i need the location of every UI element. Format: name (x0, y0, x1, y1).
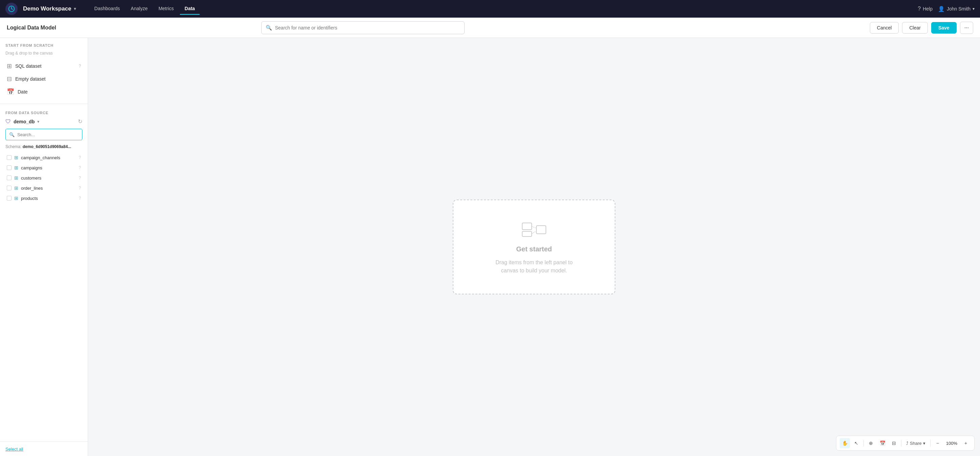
date-item[interactable]: 📅 Date (5, 85, 82, 98)
sql-dataset-help-icon[interactable]: ? (79, 64, 81, 68)
table-icon-products: ⊞ (14, 195, 18, 201)
workspace-selector[interactable]: Demo Workspace ▾ (23, 5, 76, 12)
search-input[interactable] (275, 25, 460, 30)
save-button[interactable]: Save (931, 22, 957, 33)
empty-dataset-label: Empty dataset (15, 76, 46, 82)
canvas-empty-icon (520, 219, 547, 240)
toolbar-divider-3 (930, 440, 931, 446)
more-options-button[interactable]: ··· (960, 22, 973, 34)
start-from-scratch-title: START FROM SCRATCH (5, 43, 82, 48)
share-label: Share (910, 441, 922, 446)
nav-right: ? Help 👤 John Smith ▾ (918, 6, 975, 12)
datasource-chevron-icon[interactable]: ▾ (37, 119, 39, 124)
share-button[interactable]: ⤴ Share ▾ (904, 439, 928, 447)
date-icon: 📅 (7, 88, 14, 95)
datasource-header: 🛡 demo_db ▾ ↻ (5, 118, 82, 125)
schema-label: Schema: demo_6d9051d9069a84... (5, 144, 82, 149)
help-icon: ? (918, 6, 921, 12)
datasource-name: demo_db (14, 119, 35, 124)
canvas-empty-title: Get started (516, 245, 552, 253)
svg-rect-1 (522, 223, 532, 230)
datasource-search-icon: 🔍 (9, 132, 14, 137)
empty-dataset-item[interactable]: ⊟ Empty dataset (5, 73, 82, 85)
datasource-search[interactable]: 🔍 (5, 129, 82, 140)
from-datasource-title: FROM DATA SOURCE (5, 111, 82, 115)
table-icon-campaign-channels: ⊞ (14, 155, 18, 160)
table-checkbox-products[interactable] (7, 196, 11, 200)
table-name-campaign-channels: campaign_channels (21, 155, 76, 160)
canvas-placeholder: Get started Drag items from the left pan… (453, 200, 616, 294)
zoom-level: 100% (944, 441, 959, 446)
svg-rect-3 (536, 226, 546, 234)
table-help-campaigns[interactable]: ? (79, 165, 81, 170)
share-icon: ⤴ (906, 441, 908, 446)
user-name: John Smith (947, 6, 970, 11)
canvas-empty-subtitle: Drag items from the left panel tocanvas … (495, 259, 573, 275)
date-label: Date (18, 89, 28, 95)
table-help-order-lines[interactable]: ? (79, 186, 81, 191)
workspace-chevron-icon: ▾ (74, 6, 76, 11)
main-layout: START FROM SCRATCH Drag & drop to the ca… (0, 38, 980, 456)
nav-analyze[interactable]: Analyze (126, 3, 153, 15)
nav-metrics[interactable]: Metrics (154, 3, 178, 15)
user-chevron-icon: ▾ (972, 6, 975, 11)
help-button[interactable]: ? Help (918, 6, 932, 12)
schema-value: demo_6d9051d9069a84... (23, 144, 71, 149)
table-customers[interactable]: ⊞ customers ? (5, 173, 82, 183)
table-checkbox-customers[interactable] (7, 175, 11, 180)
page-title: Logical Data Model (7, 25, 56, 31)
table-help-campaign-channels[interactable]: ? (79, 155, 81, 160)
tool-cursor-button[interactable]: ↖ (851, 438, 861, 448)
table-order-lines[interactable]: ⊞ order_lines ? (5, 183, 82, 193)
table-campaign-channels[interactable]: ⊞ campaign_channels ? (5, 153, 82, 163)
search-icon: 🔍 (266, 25, 272, 31)
table-name-customers: customers (21, 175, 76, 181)
zoom-in-button[interactable]: + (961, 438, 971, 448)
nav-links: Dashboards Analyze Metrics Data (89, 3, 912, 15)
datasource-search-input[interactable] (17, 132, 79, 137)
cancel-button[interactable]: Cancel (870, 22, 899, 33)
tool-columns-button[interactable]: ⊟ (889, 438, 899, 448)
drag-drop-subtitle: Drag & drop to the canvas (5, 51, 82, 56)
table-products[interactable]: ⊞ products ? (5, 193, 82, 203)
tool-calendar-button[interactable]: 📅 (877, 438, 888, 448)
tool-hand-button[interactable]: ✋ (840, 438, 850, 448)
table-icon-campaigns: ⊞ (14, 165, 18, 170)
user-menu[interactable]: 👤 John Smith ▾ (938, 6, 975, 12)
top-nav: Demo Workspace ▾ Dashboards Analyze Metr… (0, 0, 980, 17)
nav-data[interactable]: Data (180, 3, 200, 15)
datasource-refresh-icon[interactable]: ↻ (78, 118, 82, 125)
table-campaigns[interactable]: ⊞ campaigns ? (5, 163, 82, 173)
workspace-name: Demo Workspace (23, 5, 71, 12)
sub-header: Logical Data Model 🔍 Cancel Clear Save ·… (0, 17, 980, 38)
table-checkbox-campaigns[interactable] (7, 165, 11, 170)
table-help-customers[interactable]: ? (79, 175, 81, 180)
table-name-products: products (21, 196, 76, 201)
sidebar: START FROM SCRATCH Drag & drop to the ca… (0, 38, 88, 456)
nav-dashboards[interactable]: Dashboards (89, 3, 125, 15)
sql-dataset-item[interactable]: ⊞ SQL dataset ? (5, 60, 82, 73)
clear-button[interactable]: Clear (902, 22, 928, 33)
start-from-scratch-section: START FROM SCRATCH Drag & drop to the ca… (0, 38, 88, 101)
from-datasource-section: FROM DATA SOURCE 🛡 demo_db ▾ ↻ 🔍 Schema:… (0, 107, 88, 207)
table-checkbox-order-lines[interactable] (7, 186, 11, 191)
empty-dataset-icon: ⊟ (7, 75, 12, 83)
sql-dataset-label: SQL dataset (15, 64, 41, 69)
sql-dataset-icon: ⊞ (7, 62, 12, 70)
table-checkbox-campaign-channels[interactable] (7, 155, 11, 160)
table-icon-customers: ⊞ (14, 175, 18, 181)
app-logo[interactable] (5, 3, 18, 15)
table-name-order-lines: order_lines (21, 186, 76, 191)
share-chevron-icon: ▾ (923, 441, 926, 446)
table-help-products[interactable]: ? (79, 196, 81, 200)
help-label: Help (923, 6, 932, 11)
tool-add-button[interactable]: ⊕ (866, 438, 876, 448)
zoom-out-button[interactable]: − (932, 438, 943, 448)
canvas: Get started Drag items from the left pan… (88, 38, 980, 456)
sidebar-footer: Select all (0, 442, 88, 456)
search-bar[interactable]: 🔍 (261, 21, 465, 34)
toolbar-divider-2 (901, 440, 901, 446)
header-actions: Cancel Clear Save ··· (870, 22, 973, 34)
select-all-link[interactable]: Select all (5, 446, 23, 451)
svg-rect-2 (522, 231, 532, 237)
